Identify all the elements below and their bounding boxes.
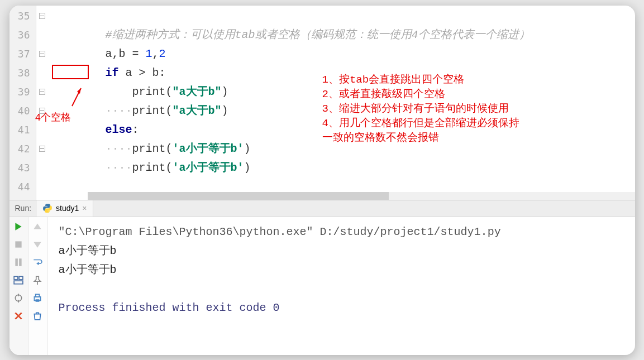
svg-marker-14 [34, 223, 41, 229]
scroll-down-button[interactable] [30, 237, 45, 252]
annotation-note-line: 1、按tab会直接跳出四个空格 [322, 73, 519, 87]
svg-rect-5 [19, 258, 22, 266]
python-icon [42, 203, 53, 213]
run-toolbar-primary [9, 217, 28, 355]
run-label: Run: [9, 204, 37, 213]
line-number: 36 [9, 26, 36, 45]
pause-button[interactable] [11, 255, 26, 270]
run-toolbar-secondary [28, 217, 47, 355]
fold-icon[interactable] [39, 51, 45, 57]
line-number: 43 [9, 159, 36, 177]
line-number: 37 [9, 45, 36, 64]
svg-rect-18 [36, 299, 40, 302]
svg-marker-15 [34, 242, 41, 247]
fold-icon[interactable] [39, 13, 45, 19]
line-number: 44 [9, 177, 36, 196]
line-number: 41 [9, 121, 36, 140]
soft-wrap-button[interactable] [30, 255, 45, 270]
code-editor[interactable]: 35 36 37 38 39 40 41 42 43 44 #缩进两种方式：可以… [9, 6, 635, 200]
annotation-note-line: 一致的空格数不然会报错 [322, 131, 519, 145]
run-tab-name: study1 [56, 204, 79, 213]
console-command-line: "C:\Program Files\Python36\python.exe" D… [59, 223, 624, 242]
attach-debugger-button[interactable] [11, 291, 26, 305]
svg-rect-4 [15, 258, 18, 266]
layout-button[interactable] [11, 273, 26, 287]
rerun-button[interactable] [11, 219, 26, 234]
svg-rect-6 [14, 276, 18, 280]
run-body: "C:\Program Files\Python36\python.exe" D… [9, 217, 635, 355]
line-number: 38 [9, 64, 36, 83]
ide-frame: 35 36 37 38 39 40 41 42 43 44 #缩进两种方式：可以… [9, 6, 635, 355]
print-button[interactable] [30, 291, 45, 305]
close-icon[interactable]: × [82, 204, 87, 213]
svg-rect-8 [14, 281, 23, 284]
run-header: Run: study1 × [9, 200, 635, 217]
stop-button[interactable] [11, 237, 26, 252]
horizontal-scrollbar[interactable] [88, 192, 635, 200]
fold-icon[interactable] [39, 146, 45, 152]
pin-button[interactable] [30, 273, 45, 287]
line-number: 35 [9, 7, 36, 26]
svg-rect-3 [15, 241, 21, 247]
run-panel: Run: study1 × [9, 200, 635, 355]
scroll-up-button[interactable] [30, 219, 45, 234]
line-number: 40 [9, 102, 36, 121]
run-tab[interactable]: study1 × [37, 200, 93, 217]
code-line: #缩进两种方式：可以使用tab或者空格（编码规范：统一使用4个空格代表一个缩进） [49, 7, 635, 26]
fold-icon[interactable] [39, 89, 45, 95]
code-area[interactable]: #缩进两种方式：可以使用tab或者空格（编码规范：统一使用4个空格代表一个缩进）… [49, 6, 635, 200]
gutter: 35 36 37 38 39 40 41 42 43 44 [9, 6, 36, 200]
svg-rect-7 [19, 276, 23, 280]
line-number: 42 [9, 140, 36, 159]
annotation-4spaces-label: 4个空格 [35, 111, 71, 124]
svg-marker-2 [15, 223, 21, 231]
annotation-note-line: 4、用几个空格都行但是全部缩进必须保持 [322, 116, 519, 131]
annotation-note-line: 2、或者直接敲级四个空格 [322, 87, 519, 102]
clear-all-button[interactable] [30, 309, 45, 323]
svg-rect-17 [36, 294, 40, 297]
console-exit-line: Process finished with exit code 0 [59, 299, 624, 318]
annotation-note-line: 3、缩进大部分针对有子语句的时候使用 [322, 102, 519, 116]
console-output[interactable]: "C:\Program Files\Python36\python.exe" D… [47, 217, 635, 355]
console-output-line: a小于等于b [59, 261, 624, 280]
fold-column [36, 6, 49, 200]
scrollbar-thumb[interactable] [88, 192, 389, 200]
console-output-line: a小于等于b [59, 242, 624, 261]
line-number: 39 [9, 83, 36, 102]
annotation-notes: 1、按tab会直接跳出四个空格 2、或者直接敲级四个空格 3、缩进大部分针对有子… [322, 73, 519, 145]
close-run-button[interactable] [11, 309, 26, 323]
